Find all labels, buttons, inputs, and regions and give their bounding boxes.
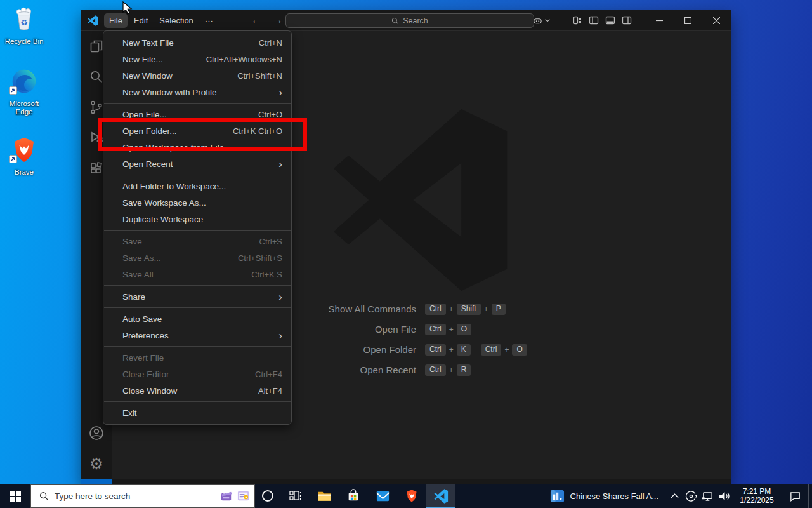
toggle-sidebar-icon[interactable] <box>586 15 602 25</box>
volume-icon[interactable] <box>716 484 732 508</box>
windows-logo-icon <box>10 491 21 502</box>
taskbar-search-box[interactable]: Type here to search <box>30 484 255 508</box>
menu-separator <box>104 307 291 308</box>
action-center-icon <box>789 490 801 502</box>
news-widget[interactable]: Chinese Shares Fall A... <box>542 484 666 508</box>
task-view-icon <box>289 490 301 502</box>
toggle-panel-icon[interactable] <box>602 15 619 25</box>
menu-item-shortcut: Ctrl+K S <box>251 270 282 279</box>
menu-item-close-window[interactable]: Close WindowAlt+F4 <box>103 382 291 399</box>
menu-item-new-window-with-profile[interactable]: New Window with Profile› <box>103 84 291 100</box>
meet-now-icon[interactable] <box>683 484 699 508</box>
forward-arrow-icon[interactable]: → <box>270 15 285 26</box>
key-group: Ctrl+K <box>425 344 471 356</box>
network-icon[interactable] <box>699 484 716 508</box>
key-plus-separator: + <box>484 305 488 314</box>
customize-layout-icon[interactable] <box>569 15 586 25</box>
svg-text:♻: ♻ <box>20 18 28 27</box>
vscode-logo-icon <box>88 15 98 26</box>
menu-item-close-editor: Close EditorCtrl+F4 <box>103 366 291 382</box>
command-center-search[interactable]: Search <box>285 13 534 28</box>
remote-indicator[interactable] <box>81 479 112 484</box>
search-placeholder: Search <box>403 17 428 25</box>
welcome-shortcuts: Show All CommandsCtrl+Shift+POpen FileCt… <box>328 303 527 376</box>
taskbar-search-placeholder: Type here to search <box>55 491 220 501</box>
copilot-icon <box>532 15 543 26</box>
menu-separator <box>104 401 291 402</box>
menu-item-exit[interactable]: Exit <box>103 404 291 421</box>
highlight-rectangle <box>98 118 307 151</box>
vscode-taskbar-button[interactable] <box>426 484 455 508</box>
menu-separator <box>104 103 291 104</box>
menubar: FileEditSelection··· <box>103 10 219 30</box>
menu-separator <box>104 175 291 175</box>
settings-gear-icon[interactable]: ⚙ <box>81 448 112 479</box>
layout-controls <box>569 15 635 25</box>
menu-item-label: Close Editor <box>122 370 169 379</box>
search-icon <box>39 491 49 501</box>
desktop-icon-brave[interactable]: Brave <box>0 136 48 177</box>
toggle-secondary-sidebar-icon[interactable] <box>619 15 635 25</box>
brave-icon <box>405 489 419 503</box>
menu-item-auto-save[interactable]: Auto Save <box>103 311 291 327</box>
maximize-button[interactable] <box>674 17 702 24</box>
submenu-chevron-icon: › <box>278 330 282 341</box>
submenu-chevron-icon: › <box>278 159 282 170</box>
keycap: Ctrl <box>425 324 446 335</box>
submenu-chevron-icon: › <box>278 291 282 302</box>
vscode-titlebar: FileEditSelection··· ← → Search <box>81 10 731 31</box>
desktop-icon-recycle-bin[interactable]: ♻ Recycle Bin <box>0 6 48 46</box>
titlebar-right <box>527 10 731 30</box>
menu-item-add-folder-to-workspace[interactable]: Add Folder to Workspace... <box>103 178 291 194</box>
menu-item-label: New Text File <box>122 38 174 48</box>
desktop-icon-microsoft-edge[interactable]: Microsoft Edge <box>0 67 48 116</box>
menubar-item-selection[interactable]: Selection <box>154 13 198 28</box>
menu-item-preferences[interactable]: Preferences› <box>103 327 291 344</box>
cortana-icon <box>261 490 274 502</box>
keycap: Ctrl <box>425 364 446 376</box>
menu-item-label: Share <box>122 292 145 302</box>
menu-separator <box>104 285 291 286</box>
desktop-icon-label: Brave <box>0 168 48 177</box>
brave-taskbar-button[interactable] <box>397 484 426 508</box>
task-view-button[interactable] <box>280 484 310 508</box>
menubar-item-[interactable]: ··· <box>200 13 218 28</box>
welcome-shortcut-keys: Ctrl+KCtrl+O <box>425 344 527 356</box>
file-explorer-button[interactable] <box>310 484 339 508</box>
copilot-button[interactable] <box>527 10 555 30</box>
show-desktop-button[interactable] <box>808 484 812 508</box>
welcome-shortcut-label: Open Folder <box>328 344 416 356</box>
action-center-button[interactable] <box>782 484 808 508</box>
start-button[interactable] <box>0 484 30 508</box>
mail-button[interactable] <box>368 484 397 508</box>
nav-arrows: ← → <box>249 10 285 30</box>
menu-item-share[interactable]: Share› <box>103 288 291 305</box>
back-arrow-icon[interactable]: ← <box>249 15 264 26</box>
keycap: P <box>492 304 506 315</box>
menu-item-label: Preferences <box>122 331 169 340</box>
minimize-button[interactable] <box>645 17 674 24</box>
taskbar-clock[interactable]: 7:21 PM 1/22/2025 <box>732 484 782 508</box>
menu-item-duplicate-workspace[interactable]: Duplicate Workspace <box>103 211 291 227</box>
menu-item-new-text-file[interactable]: New Text FileCtrl+N <box>103 34 291 51</box>
menu-item-save-workspace-as[interactable]: Save Workspace As... <box>103 194 291 211</box>
microsoft-store-button[interactable] <box>339 484 368 508</box>
keycap: O <box>457 324 471 335</box>
shortcut-arrow-icon <box>9 86 17 97</box>
menu-item-new-file[interactable]: New File...Ctrl+Alt+Windows+N <box>103 51 291 67</box>
menu-item-new-window[interactable]: New WindowCtrl+Shift+N <box>103 67 291 84</box>
tray-chevron-up-icon[interactable] <box>666 484 683 508</box>
recycle-bin-icon: ♻ <box>11 6 37 33</box>
menu-item-shortcut: Ctrl+N <box>259 38 282 48</box>
clipchamp-icon <box>220 490 233 503</box>
cortana-button[interactable] <box>255 484 280 508</box>
menu-item-label: New Window <box>122 71 173 81</box>
close-button[interactable] <box>702 17 731 24</box>
chevron-down-icon <box>545 18 550 23</box>
keycap: R <box>457 364 471 376</box>
window-controls <box>645 17 731 24</box>
menu-item-save-as: Save As...Ctrl+Shift+S <box>103 250 291 266</box>
key-group: Ctrl+R <box>425 364 471 376</box>
menu-item-label: Duplicate Workspace <box>122 215 203 224</box>
menu-item-open-recent[interactable]: Open Recent› <box>103 156 291 172</box>
